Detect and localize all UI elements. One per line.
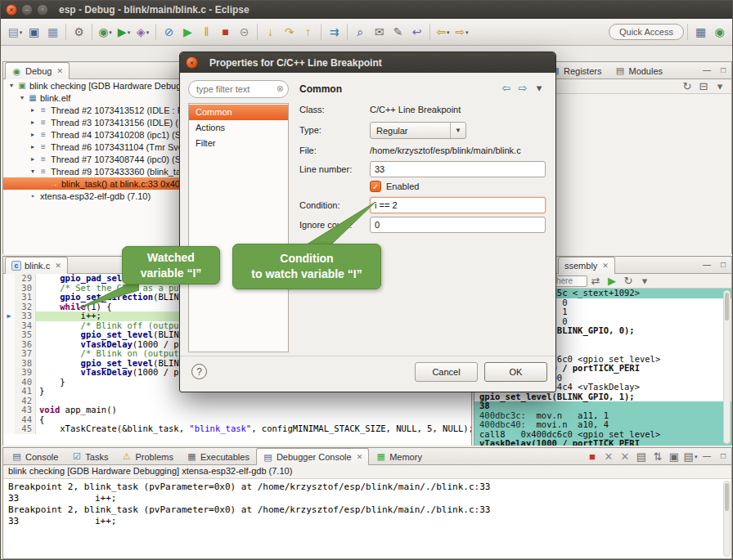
- last-edit-icon[interactable]: ↩: [407, 23, 426, 42]
- nav-menu-icon[interactable]: ▾: [531, 79, 547, 96]
- run-icon[interactable]: ▶▾: [115, 23, 133, 42]
- maximize-icon[interactable]: □: [715, 448, 731, 464]
- help-button[interactable]: ?: [191, 364, 207, 379]
- view-menu-icon[interactable]: ▾: [712, 78, 728, 95]
- refresh-icon[interactable]: ↻: [679, 78, 695, 95]
- tab-disassembly[interactable]: ssembly ✕: [558, 257, 615, 274]
- window-maximize-button[interactable]: ▫: [37, 4, 48, 16]
- open-console-icon[interactable]: ▤▾: [682, 448, 699, 464]
- minimize-icon[interactable]: —: [699, 257, 715, 273]
- close-icon[interactable]: ✕: [56, 67, 63, 75]
- expander-icon[interactable]: ▸: [28, 143, 38, 150]
- remove-launch-icon[interactable]: ✕: [600, 448, 617, 464]
- ruler-cell: [3, 359, 15, 369]
- maximize-icon[interactable]: □: [715, 257, 731, 273]
- quick-access-button[interactable]: Quick Access: [609, 24, 684, 40]
- filter-input[interactable]: [188, 80, 289, 98]
- expander-icon[interactable]: ▾: [7, 82, 16, 89]
- resume-icon[interactable]: ▶: [178, 23, 197, 42]
- code-line[interactable]: 45 xTaskCreate(&blink_task, "blink_task"…: [3, 424, 471, 434]
- pin-console-icon[interactable]: ▣: [666, 448, 682, 464]
- tab-memory[interactable]: ▦Memory: [369, 448, 429, 464]
- ignore-count-input[interactable]: [370, 217, 546, 233]
- expander-icon[interactable]: ▾: [28, 168, 38, 175]
- category-item-filter[interactable]: Filter: [189, 136, 288, 151]
- new-wizard-icon[interactable]: ▤▾: [6, 23, 25, 42]
- clear-filter-icon[interactable]: ⊗: [277, 83, 284, 94]
- tab-problems[interactable]: ⚠Problems: [115, 448, 179, 464]
- tab-debugger-console[interactable]: ▤Debugger Console✕: [256, 448, 369, 465]
- show-pc-icon[interactable]: ▶: [604, 273, 620, 289]
- clear-console-icon[interactable]: ▤: [633, 448, 650, 464]
- back-icon[interactable]: ⇦: [498, 79, 515, 96]
- condition-input[interactable]: [370, 197, 546, 213]
- edit-icon[interactable]: ✎: [389, 23, 407, 42]
- refresh-icon[interactable]: ↻: [620, 273, 636, 289]
- tab-blink-c[interactable]: c blink.c ✕: [5, 257, 68, 274]
- minimize-icon[interactable]: —: [699, 62, 715, 78]
- close-icon[interactable]: ✕: [602, 262, 609, 270]
- tab-label: Tasks: [85, 452, 108, 462]
- ok-button[interactable]: OK: [484, 362, 547, 382]
- save-all-icon[interactable]: ▦: [43, 23, 62, 42]
- close-icon[interactable]: ✕: [55, 262, 61, 270]
- tab-tasks[interactable]: ☑Tasks: [65, 448, 115, 464]
- dialog-close-button[interactable]: ×: [186, 56, 198, 69]
- open-perspective-icon[interactable]: ▦: [691, 23, 710, 42]
- console-output[interactable]: Breakpoint 2, blink_task (pvParameter=0x…: [3, 479, 731, 558]
- forward-icon[interactable]: ⇨▾: [452, 23, 471, 42]
- enabled-checkbox[interactable]: ✓: [370, 181, 381, 192]
- asm-line[interactable]: vTaskDelay(1000 / portTICK_PERI: [474, 439, 731, 446]
- code-line[interactable]: 43void app_main(): [3, 405, 471, 415]
- step-into-icon[interactable]: ↓: [261, 23, 280, 42]
- tab-executables[interactable]: ▦Executables: [180, 448, 256, 464]
- build-icon[interactable]: ⚙: [70, 23, 88, 42]
- cancel-button[interactable]: Cancel: [415, 362, 478, 382]
- window-close-button[interactable]: ×: [6, 4, 17, 16]
- view-menu-icon[interactable]: ▾: [636, 273, 653, 289]
- expander-icon[interactable]: ▸: [28, 155, 38, 163]
- back-icon[interactable]: ⇦▾: [434, 23, 452, 42]
- suspend-icon[interactable]: ‖: [197, 23, 216, 42]
- expander-icon[interactable]: ▾: [17, 94, 27, 101]
- line-number: 43: [15, 405, 36, 415]
- maximize-icon[interactable]: □: [715, 62, 731, 78]
- step-return-icon[interactable]: ↑: [299, 23, 317, 42]
- close-icon[interactable]: ✕: [357, 453, 363, 461]
- collapse-all-icon[interactable]: ⊟: [695, 78, 712, 95]
- scrollbar[interactable]: [723, 290, 731, 444]
- tab-debug[interactable]: ◉ Debug ✕: [5, 62, 70, 79]
- expander-icon[interactable]: ▸: [28, 119, 38, 126]
- tab-modules[interactable]: ▤Modules: [608, 62, 669, 78]
- category-item-actions[interactable]: Actions: [189, 120, 288, 136]
- window-minimize-button[interactable]: –: [21, 4, 33, 16]
- instruction-stepping-icon[interactable]: ⇉: [325, 23, 344, 42]
- line-number-input[interactable]: [370, 161, 546, 177]
- disconnect-icon[interactable]: ⊝: [235, 23, 254, 42]
- terminate-icon[interactable]: ■: [216, 23, 235, 42]
- remove-all-launches-icon[interactable]: ✕: [617, 448, 633, 464]
- scroll-lock-icon[interactable]: ⇅: [650, 448, 666, 464]
- line-number: 37: [15, 349, 36, 359]
- forward-icon[interactable]: ⇨: [515, 79, 531, 96]
- expander-icon[interactable]: ▸: [28, 131, 38, 138]
- tab-console[interactable]: ▤Console: [5, 448, 65, 464]
- expander-icon[interactable]: ▸: [28, 106, 38, 114]
- debug-icon[interactable]: ◉▾: [96, 23, 115, 42]
- minimize-icon[interactable]: —: [699, 448, 715, 464]
- file-value: /home/krzysztof/esp/blink/main/blink.c: [370, 146, 521, 155]
- terminate-icon[interactable]: ■: [584, 448, 600, 464]
- asm-line[interactable]: gpio_set_level(BLINK_GPIO, 1);: [474, 392, 731, 402]
- launch-target-icon: ▣: [16, 81, 28, 90]
- category-item-common[interactable]: Common: [189, 105, 288, 120]
- profile-icon[interactable]: ◈▾: [133, 23, 152, 42]
- search-icon[interactable]: ⌕: [351, 23, 370, 42]
- step-over-icon[interactable]: ↷: [280, 23, 299, 42]
- scrollbar[interactable]: [723, 481, 731, 557]
- perspective-debug-icon[interactable]: ◉: [710, 23, 729, 42]
- skip-breakpoints-icon[interactable]: ⊘: [160, 23, 178, 42]
- type-dropdown[interactable]: Regular ▼: [370, 122, 466, 139]
- sync-selection-icon[interactable]: ⇄: [587, 273, 604, 289]
- annotation-icon[interactable]: ✉: [370, 23, 389, 42]
- save-icon[interactable]: ▣: [25, 23, 43, 42]
